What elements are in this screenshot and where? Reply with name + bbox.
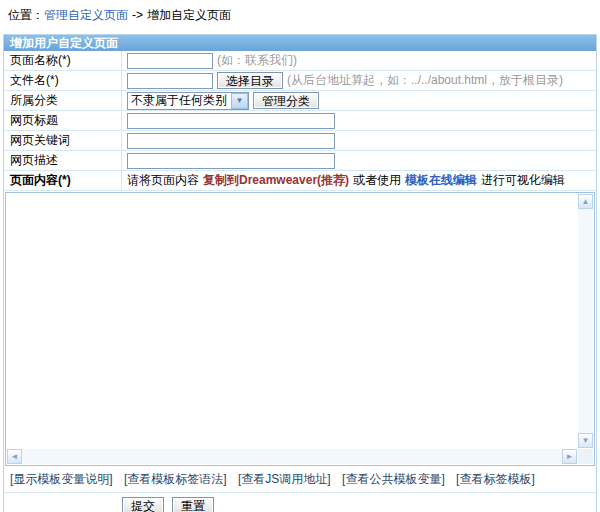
- panel-title: 增加用户自定义页面: [4, 35, 596, 51]
- row-page-content: 页面内容(*) 请将页面内容复制到Dreamweaver(推荐)或者使用模板在线…: [4, 171, 596, 191]
- add-custom-page-panel: 增加用户自定义页面 页面名称(*) (如：联系我们) 文件名(*) 选择目录 (…: [3, 34, 597, 512]
- scroll-up-icon[interactable]: ▲: [578, 194, 593, 209]
- file-name-label: 文件名(*): [4, 71, 122, 90]
- file-name-hint: (从后台地址算起，如：../../about.html，放于根目录): [287, 72, 563, 89]
- breadcrumb: 位置：管理自定义页面->增加自定义页面: [0, 0, 600, 23]
- template-helper-links: [显示模板变量说明] [查看模板标签语法] [查看JS调用地址] [查看公共模板…: [4, 467, 596, 493]
- page-content-textarea[interactable]: [7, 194, 577, 448]
- row-file-name: 文件名(*) 选择目录 (从后台地址算起，如：../../about.html，…: [4, 71, 596, 91]
- page-name-hint: (如：联系我们): [217, 52, 297, 69]
- keywords-input[interactable]: [127, 133, 335, 149]
- manage-category-button[interactable]: 管理分类: [253, 92, 319, 109]
- online-template-edit-link[interactable]: 模板在线编辑: [405, 172, 477, 189]
- row-category: 所属分类 不隶属于任何类别 ▼ 管理分类: [4, 91, 596, 111]
- scroll-right-icon[interactable]: ►: [562, 449, 577, 464]
- file-name-input[interactable]: [127, 73, 213, 89]
- content-hint-pre: 请将页面内容: [127, 172, 199, 189]
- show-template-vars-link[interactable]: [显示模板变量说明]: [10, 472, 113, 486]
- row-page-title: 网页标题: [4, 111, 596, 131]
- breadcrumb-current: 增加自定义页面: [147, 8, 231, 22]
- breadcrumb-prefix: 位置：: [8, 8, 44, 22]
- view-tag-template-link[interactable]: [查看标签模板]: [456, 472, 535, 486]
- description-input[interactable]: [127, 153, 335, 169]
- view-public-template-vars-link[interactable]: [查看公共模板变量]: [342, 472, 445, 486]
- description-label: 网页描述: [4, 151, 122, 170]
- view-template-tag-syntax-link[interactable]: [查看模板标签语法]: [124, 472, 227, 486]
- page-title-input[interactable]: [127, 113, 335, 129]
- keywords-label: 网页关键词: [4, 131, 122, 150]
- view-js-call-url-link[interactable]: [查看JS调用地址]: [238, 472, 331, 486]
- content-hint-mid: 或者使用: [353, 172, 401, 189]
- page-name-label: 页面名称(*): [4, 51, 122, 70]
- page-content-label: 页面内容(*): [4, 171, 122, 190]
- horizontal-scrollbar[interactable]: ◄ ►: [7, 449, 577, 464]
- breadcrumb-separator: ->: [132, 8, 143, 22]
- category-selected-value: 不隶属于任何类别: [131, 92, 227, 109]
- scrollbar-corner: [578, 449, 593, 464]
- scroll-left-icon[interactable]: ◄: [7, 449, 22, 464]
- row-description: 网页描述: [4, 151, 596, 171]
- scroll-down-icon[interactable]: ▼: [578, 433, 593, 448]
- row-keywords: 网页关键词: [4, 131, 596, 151]
- content-hint-post: 进行可视化编辑: [481, 172, 565, 189]
- category-select[interactable]: 不隶属于任何类别 ▼: [127, 92, 249, 110]
- row-page-name: 页面名称(*) (如：联系我们): [4, 51, 596, 71]
- form-actions: 提交 重置: [4, 493, 596, 512]
- breadcrumb-link-manage-custom-pages[interactable]: 管理自定义页面: [44, 8, 128, 22]
- content-hint-emphasis: 复制到Dreamweaver(推荐): [203, 172, 349, 189]
- vertical-scrollbar[interactable]: ▲ ▼: [578, 194, 593, 448]
- page-name-input[interactable]: [127, 53, 213, 69]
- chevron-down-icon: ▼: [231, 93, 248, 109]
- page-content-editor-wrap: ▲ ▼ ◄ ►: [5, 192, 595, 466]
- choose-directory-button[interactable]: 选择目录: [217, 72, 283, 89]
- page-title-label: 网页标题: [4, 111, 122, 130]
- submit-button[interactable]: 提交: [122, 497, 164, 512]
- category-label: 所属分类: [4, 91, 122, 110]
- reset-button[interactable]: 重置: [172, 497, 214, 512]
